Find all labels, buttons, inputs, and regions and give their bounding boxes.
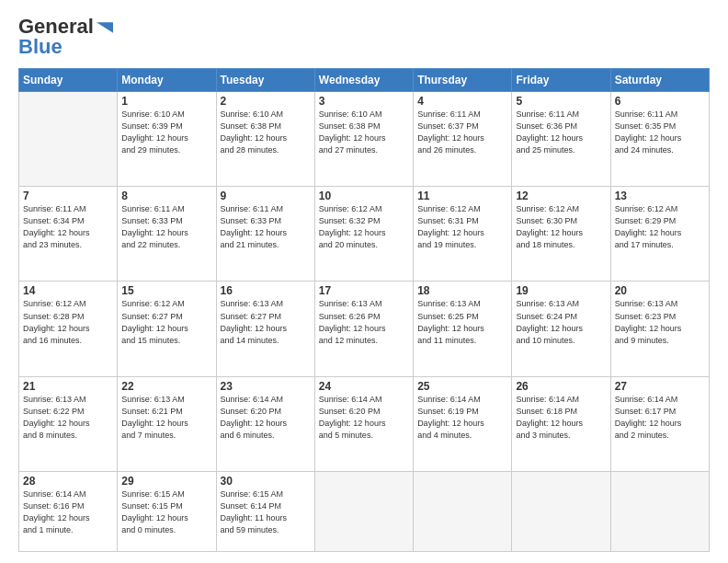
calendar-cell [414, 471, 512, 551]
day-info: Sunrise: 6:15 AM Sunset: 6:15 PM Dayligh… [121, 488, 211, 536]
weekday-header: Sunday [19, 69, 118, 92]
calendar-cell: 29Sunrise: 6:15 AM Sunset: 6:15 PM Dayli… [118, 471, 216, 551]
day-info: Sunrise: 6:11 AM Sunset: 6:33 PM Dayligh… [121, 203, 211, 251]
day-info: Sunrise: 6:11 AM Sunset: 6:37 PM Dayligh… [417, 109, 507, 156]
day-number: 10 [319, 190, 409, 202]
header: General Blue [18, 15, 710, 59]
calendar-cell: 9Sunrise: 6:11 AM Sunset: 6:33 PM Daylig… [216, 187, 314, 282]
calendar-cell: 10Sunrise: 6:12 AM Sunset: 6:32 PM Dayli… [314, 187, 413, 282]
day-number: 1 [121, 95, 211, 108]
day-info: Sunrise: 6:12 AM Sunset: 6:30 PM Dayligh… [516, 203, 606, 251]
day-info: Sunrise: 6:10 AM Sunset: 6:39 PM Dayligh… [121, 109, 211, 156]
day-number: 23 [221, 380, 311, 393]
day-number: 27 [615, 380, 705, 393]
day-info: Sunrise: 6:11 AM Sunset: 6:34 PM Dayligh… [23, 203, 113, 251]
calendar-cell: 21Sunrise: 6:13 AM Sunset: 6:22 PM Dayli… [19, 376, 118, 471]
weekday-header: Monday [118, 69, 216, 92]
day-info: Sunrise: 6:10 AM Sunset: 6:38 PM Dayligh… [319, 109, 409, 156]
day-number: 19 [516, 284, 606, 297]
calendar-cell: 22Sunrise: 6:13 AM Sunset: 6:21 PM Dayli… [118, 376, 216, 471]
day-number: 6 [615, 95, 705, 108]
day-info: Sunrise: 6:11 AM Sunset: 6:36 PM Dayligh… [516, 109, 606, 156]
calendar-cell: 26Sunrise: 6:14 AM Sunset: 6:18 PM Dayli… [512, 376, 610, 471]
day-number: 3 [319, 95, 409, 108]
logo-arrow-icon [97, 22, 113, 33]
day-info: Sunrise: 6:12 AM Sunset: 6:32 PM Dayligh… [319, 203, 409, 251]
calendar-cell: 19Sunrise: 6:13 AM Sunset: 6:24 PM Dayli… [512, 282, 610, 376]
calendar-cell: 5Sunrise: 6:11 AM Sunset: 6:36 PM Daylig… [512, 92, 610, 187]
calendar-cell: 23Sunrise: 6:14 AM Sunset: 6:20 PM Dayli… [216, 376, 314, 471]
calendar-cell: 1Sunrise: 6:10 AM Sunset: 6:39 PM Daylig… [118, 92, 216, 187]
calendar-cell: 28Sunrise: 6:14 AM Sunset: 6:16 PM Dayli… [19, 471, 118, 551]
day-info: Sunrise: 6:14 AM Sunset: 6:16 PM Dayligh… [23, 488, 113, 536]
day-info: Sunrise: 6:13 AM Sunset: 6:21 PM Dayligh… [121, 394, 211, 442]
calendar-table: SundayMondayTuesdayWednesdayThursdayFrid… [18, 68, 710, 552]
day-info: Sunrise: 6:10 AM Sunset: 6:38 PM Dayligh… [221, 109, 311, 156]
day-number: 28 [23, 475, 113, 488]
day-number: 18 [417, 284, 507, 297]
day-info: Sunrise: 6:13 AM Sunset: 6:23 PM Dayligh… [615, 298, 705, 346]
day-info: Sunrise: 6:15 AM Sunset: 6:14 PM Dayligh… [221, 488, 311, 536]
day-number: 30 [221, 475, 311, 488]
calendar-cell [512, 471, 610, 551]
day-number: 5 [516, 95, 606, 108]
day-info: Sunrise: 6:12 AM Sunset: 6:29 PM Dayligh… [615, 203, 705, 251]
day-info: Sunrise: 6:13 AM Sunset: 6:27 PM Dayligh… [221, 298, 311, 346]
day-number: 22 [121, 380, 211, 393]
weekday-header: Friday [512, 69, 610, 92]
day-number: 15 [121, 284, 211, 297]
day-number: 25 [417, 380, 507, 393]
day-number: 9 [221, 190, 311, 202]
calendar-cell: 27Sunrise: 6:14 AM Sunset: 6:17 PM Dayli… [610, 376, 709, 471]
day-number: 12 [516, 190, 606, 202]
calendar-cell: 2Sunrise: 6:10 AM Sunset: 6:38 PM Daylig… [216, 92, 314, 187]
day-number: 16 [221, 284, 311, 297]
day-info: Sunrise: 6:13 AM Sunset: 6:24 PM Dayligh… [516, 298, 606, 346]
day-info: Sunrise: 6:13 AM Sunset: 6:25 PM Dayligh… [417, 298, 507, 346]
day-number: 4 [417, 95, 507, 108]
day-number: 14 [23, 284, 113, 297]
day-number: 7 [23, 190, 113, 202]
day-info: Sunrise: 6:14 AM Sunset: 6:19 PM Dayligh… [417, 394, 507, 442]
day-info: Sunrise: 6:14 AM Sunset: 6:20 PM Dayligh… [221, 394, 311, 442]
calendar-cell: 14Sunrise: 6:12 AM Sunset: 6:28 PM Dayli… [19, 282, 118, 376]
day-info: Sunrise: 6:12 AM Sunset: 6:28 PM Dayligh… [23, 298, 113, 346]
day-number: 13 [615, 190, 705, 202]
day-number: 24 [319, 380, 409, 393]
day-info: Sunrise: 6:14 AM Sunset: 6:17 PM Dayligh… [615, 394, 705, 442]
day-number: 17 [319, 284, 409, 297]
svg-marker-0 [97, 22, 113, 32]
calendar-cell: 4Sunrise: 6:11 AM Sunset: 6:37 PM Daylig… [414, 92, 512, 187]
calendar-cell: 20Sunrise: 6:13 AM Sunset: 6:23 PM Dayli… [610, 282, 709, 376]
calendar-cell: 12Sunrise: 6:12 AM Sunset: 6:30 PM Dayli… [512, 187, 610, 282]
weekday-header: Tuesday [216, 69, 314, 92]
day-info: Sunrise: 6:11 AM Sunset: 6:35 PM Dayligh… [615, 109, 705, 156]
calendar-cell: 6Sunrise: 6:11 AM Sunset: 6:35 PM Daylig… [610, 92, 709, 187]
day-number: 11 [417, 190, 507, 202]
calendar-cell: 25Sunrise: 6:14 AM Sunset: 6:19 PM Dayli… [414, 376, 512, 471]
day-number: 29 [121, 475, 211, 488]
logo: General Blue [18, 15, 113, 59]
day-info: Sunrise: 6:12 AM Sunset: 6:27 PM Dayligh… [121, 298, 211, 346]
day-info: Sunrise: 6:12 AM Sunset: 6:31 PM Dayligh… [417, 203, 507, 251]
logo-blue-text: Blue [18, 35, 63, 59]
calendar-cell: 13Sunrise: 6:12 AM Sunset: 6:29 PM Dayli… [610, 187, 709, 282]
day-number: 8 [121, 190, 211, 202]
weekday-header: Saturday [610, 69, 709, 92]
day-info: Sunrise: 6:13 AM Sunset: 6:26 PM Dayligh… [319, 298, 409, 346]
calendar-cell: 18Sunrise: 6:13 AM Sunset: 6:25 PM Dayli… [414, 282, 512, 376]
weekday-header: Thursday [414, 69, 512, 92]
calendar-cell: 8Sunrise: 6:11 AM Sunset: 6:33 PM Daylig… [118, 187, 216, 282]
calendar-cell: 17Sunrise: 6:13 AM Sunset: 6:26 PM Dayli… [314, 282, 413, 376]
calendar-cell: 24Sunrise: 6:14 AM Sunset: 6:20 PM Dayli… [314, 376, 413, 471]
calendar-cell: 30Sunrise: 6:15 AM Sunset: 6:14 PM Dayli… [216, 471, 314, 551]
day-number: 21 [23, 380, 113, 393]
day-info: Sunrise: 6:14 AM Sunset: 6:20 PM Dayligh… [319, 394, 409, 442]
day-number: 26 [516, 380, 606, 393]
day-info: Sunrise: 6:14 AM Sunset: 6:18 PM Dayligh… [516, 394, 606, 442]
calendar-cell: 16Sunrise: 6:13 AM Sunset: 6:27 PM Dayli… [216, 282, 314, 376]
calendar-cell: 7Sunrise: 6:11 AM Sunset: 6:34 PM Daylig… [19, 187, 118, 282]
calendar-cell: 15Sunrise: 6:12 AM Sunset: 6:27 PM Dayli… [118, 282, 216, 376]
weekday-header: Wednesday [314, 69, 413, 92]
day-number: 20 [615, 284, 705, 297]
